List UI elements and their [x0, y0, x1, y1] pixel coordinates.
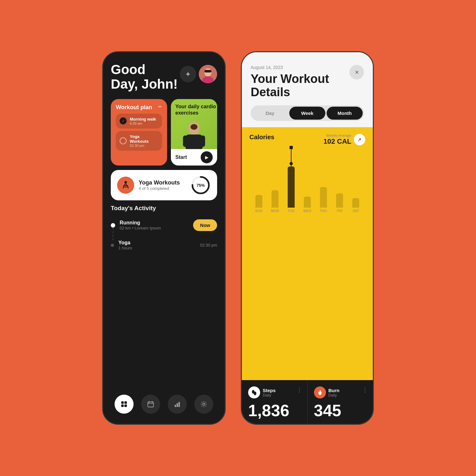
calendar-icon — [147, 401, 154, 408]
workout-item-1[interactable]: ✓ Morning walk 6:30 am — [116, 114, 162, 128]
chart-icon — [174, 401, 181, 408]
burn-icon — [314, 386, 326, 398]
bar-fri — [332, 193, 348, 208]
avatar-image — [199, 65, 217, 83]
nav-settings[interactable] — [194, 395, 213, 414]
activity-section-title: Today's Activity — [111, 205, 217, 212]
workout-time-1: 6:30 am — [130, 122, 156, 125]
day-sun: SUN — [251, 209, 267, 213]
svg-rect-8 — [201, 135, 205, 147]
bar-dot — [290, 162, 293, 165]
expand-button[interactable]: ↗ — [354, 134, 365, 145]
header-icons: + — [180, 65, 217, 83]
steps-subtitle: Daily — [263, 393, 276, 398]
activity-name-2: Yoga — [118, 240, 196, 246]
calories-section: Calories Weekly Average 102 CAL ↗ — [242, 127, 373, 380]
bar-thu — [316, 187, 332, 208]
bar-tue — [283, 146, 299, 208]
burn-subtitle: Daily — [329, 393, 340, 398]
close-button[interactable]: ✕ — [349, 65, 364, 79]
bar-wed — [299, 197, 315, 208]
plus-icon: + — [186, 70, 190, 78]
activity-dot-1 — [111, 223, 115, 228]
cardio-card[interactable]: Your daily cardio exercises — [171, 99, 217, 166]
svg-rect-4 — [204, 70, 211, 72]
cardio-title: Your daily cardio exercises — [175, 103, 217, 116]
ring-label: 75% — [197, 183, 205, 188]
workout-time-2: 02:30 pm — [130, 144, 158, 147]
bars-container — [249, 151, 365, 208]
start-button-area[interactable]: Start ▶ — [171, 149, 217, 166]
bar-thu-rect — [320, 187, 327, 208]
days-row: SUN MON TUE WED THU FRI SAT — [249, 209, 365, 213]
progress-card: Yoga Workouts 4 of 5 completed 75% — [111, 170, 217, 200]
day-fri: FRI — [332, 209, 348, 213]
tab-month[interactable]: Month — [327, 107, 363, 120]
bar-chart: SUN MON TUE WED THU FRI SAT — [249, 151, 365, 220]
activity-detail-2: 1 hours — [118, 246, 196, 250]
play-button[interactable]: ▶ — [201, 151, 213, 163]
start-label: Start — [175, 154, 187, 160]
burn-title: Burn — [329, 388, 340, 393]
workout-name-1: Morning walk — [130, 117, 156, 122]
yoga-icon-wrap — [117, 177, 134, 194]
nav-calendar[interactable] — [141, 395, 160, 414]
flame-icon — [317, 389, 323, 396]
arrow-icon: ↗ — [358, 137, 361, 142]
svg-rect-25 — [177, 403, 178, 407]
activity-list: Running 02 km • Loream Ipsum Now Yoga 1 … — [111, 217, 217, 387]
edit-icon[interactable]: ✏ — [158, 104, 162, 109]
bar-sun-rect — [255, 195, 262, 208]
grid-icon — [121, 401, 128, 408]
day-thu: THU — [316, 209, 332, 213]
now-button[interactable]: Now — [193, 219, 217, 231]
calories-header: Calories Weekly Average 102 CAL ↗ — [249, 134, 365, 146]
svg-rect-16 — [121, 401, 124, 404]
burn-value: 345 — [314, 402, 367, 419]
bar-sat — [348, 198, 364, 208]
add-button[interactable]: + — [180, 66, 196, 82]
avg-value: 102 CAL — [323, 137, 351, 146]
tab-week[interactable]: Week — [289, 107, 325, 120]
day-wed: WED — [299, 209, 315, 213]
steps-more-button[interactable]: ⋮ — [297, 386, 302, 393]
settings-icon — [200, 401, 207, 408]
bar-top-marker — [290, 146, 293, 149]
check-icon-1: ✓ — [120, 117, 127, 124]
progress-ring: 75% — [191, 175, 211, 195]
svg-rect-6 — [185, 135, 203, 150]
burn-more-button[interactable]: ⋮ — [362, 386, 368, 393]
activity-item-1: Running 02 km • Loream Ipsum Now — [111, 217, 217, 234]
svg-rect-7 — [183, 135, 187, 147]
nav-chart[interactable] — [168, 395, 187, 414]
activity-detail-1: 02 km • Loream Ipsum — [120, 226, 189, 230]
steps-value: 1,836 — [248, 402, 301, 419]
activity-dot-2 — [111, 244, 114, 247]
bar-tue-rect — [288, 166, 295, 208]
svg-rect-19 — [124, 404, 127, 407]
workout-heading: Your WorkoutDetails — [251, 72, 364, 99]
avatar — [199, 65, 217, 83]
yoga-icon — [121, 180, 131, 190]
bar-sat-rect — [352, 198, 359, 208]
cards-row: Workout plan ✏ ✓ Morning walk 6:30 am Yo… — [111, 99, 217, 166]
day-sat: SAT — [348, 209, 364, 213]
day-mon: MON — [267, 209, 283, 213]
bar-mon — [267, 190, 283, 208]
tab-day[interactable]: Day — [252, 107, 288, 120]
bottom-nav — [111, 390, 217, 416]
bar-fri-rect — [336, 193, 343, 208]
circle-empty-icon — [120, 137, 127, 144]
workout-item-2[interactable]: Yoga Workouts 02:30 pm — [116, 131, 162, 151]
steps-icon — [248, 386, 260, 398]
workout-date: August 14, 2023 — [251, 65, 364, 70]
nav-home[interactable] — [115, 395, 134, 414]
activity-name-1: Running — [120, 220, 189, 226]
progress-title: Yoga Workouts — [139, 179, 186, 186]
footprint-icon — [251, 389, 257, 396]
activity-item-2: Yoga 1 hours 02:30 pm — [111, 237, 217, 253]
bar-mon-rect — [272, 190, 279, 208]
avg-label: Weekly Average — [323, 134, 351, 137]
workout-plan-card[interactable]: Workout plan ✏ ✓ Morning walk 6:30 am Yo… — [111, 99, 167, 166]
svg-rect-24 — [175, 405, 176, 407]
